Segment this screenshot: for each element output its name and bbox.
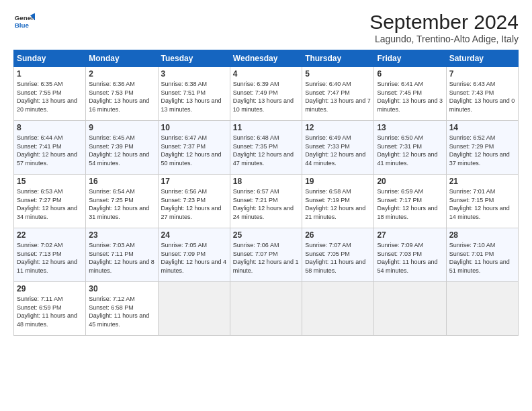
day-info: Sunrise: 6:35 AMSunset: 7:55 PMDaylight:…	[17, 80, 83, 113]
day-number: 7	[449, 69, 515, 79]
day-info: Sunrise: 6:40 AMSunset: 7:47 PMDaylight:…	[305, 80, 371, 113]
day-number: 17	[161, 177, 227, 186]
day-info: Sunrise: 6:41 AMSunset: 7:45 PMDaylight:…	[377, 80, 443, 113]
calendar-cell: 25Sunrise: 7:06 AMSunset: 7:07 PMDayligh…	[230, 228, 302, 282]
page: General Blue September 2024 Lagundo, Tre…	[0, 0, 532, 342]
day-info: Sunrise: 7:10 AMSunset: 7:01 PMDaylight:…	[449, 241, 515, 275]
calendar-cell: 19Sunrise: 6:58 AMSunset: 7:19 PMDayligh…	[302, 175, 374, 228]
calendar-cell: 17Sunrise: 6:56 AMSunset: 7:23 PMDayligh…	[158, 175, 230, 228]
col-header-friday: Friday	[374, 50, 446, 67]
day-number: 10	[161, 123, 227, 132]
calendar-cell: 14Sunrise: 6:52 AMSunset: 7:29 PMDayligh…	[446, 121, 518, 175]
day-number: 18	[233, 177, 299, 186]
day-number: 4	[233, 69, 299, 79]
day-number: 16	[89, 177, 154, 186]
header-row: SundayMondayTuesdayWednesdayThursdayFrid…	[14, 50, 519, 67]
col-header-monday: Monday	[86, 50, 158, 67]
calendar-cell: 24Sunrise: 7:05 AMSunset: 7:09 PMDayligh…	[158, 228, 230, 282]
calendar-cell: 3Sunrise: 6:38 AMSunset: 7:51 PMDaylight…	[158, 67, 230, 121]
day-number: 15	[17, 177, 83, 186]
day-info: Sunrise: 7:03 AMSunset: 7:11 PMDaylight:…	[89, 241, 154, 275]
week-row-5: 29Sunrise: 7:11 AMSunset: 6:59 PMDayligh…	[14, 282, 519, 336]
day-number: 11	[233, 123, 299, 132]
svg-text:Blue: Blue	[15, 21, 30, 29]
day-info: Sunrise: 7:07 AMSunset: 7:05 PMDaylight:…	[305, 241, 371, 275]
day-number: 19	[305, 177, 371, 186]
logo: General Blue	[13, 11, 35, 32]
calendar-cell: 1Sunrise: 6:35 AMSunset: 7:55 PMDaylight…	[14, 67, 86, 121]
col-header-tuesday: Tuesday	[158, 50, 230, 67]
day-number: 30	[89, 284, 154, 293]
calendar-cell: 28Sunrise: 7:10 AMSunset: 7:01 PMDayligh…	[446, 228, 518, 282]
col-header-saturday: Saturday	[446, 50, 518, 67]
day-info: Sunrise: 6:59 AMSunset: 7:17 PMDaylight:…	[377, 187, 443, 221]
col-header-wednesday: Wednesday	[230, 50, 302, 67]
day-info: Sunrise: 6:43 AMSunset: 7:43 PMDaylight:…	[449, 80, 515, 113]
day-info: Sunrise: 6:39 AMSunset: 7:49 PMDaylight:…	[233, 80, 299, 113]
day-info: Sunrise: 6:38 AMSunset: 7:51 PMDaylight:…	[161, 80, 227, 113]
calendar-cell	[302, 282, 374, 336]
calendar-cell: 15Sunrise: 6:53 AMSunset: 7:27 PMDayligh…	[14, 175, 86, 228]
day-number: 28	[449, 230, 515, 240]
day-number: 1	[17, 69, 83, 79]
day-info: Sunrise: 6:45 AMSunset: 7:39 PMDaylight:…	[89, 134, 154, 167]
month-title: September 2024	[369, 11, 519, 34]
day-number: 27	[377, 230, 443, 240]
day-info: Sunrise: 6:44 AMSunset: 7:41 PMDaylight:…	[17, 134, 83, 167]
day-number: 22	[17, 230, 83, 240]
day-number: 8	[17, 123, 83, 132]
calendar-cell	[230, 282, 302, 336]
logo-icon: General Blue	[13, 11, 35, 32]
day-info: Sunrise: 7:06 AMSunset: 7:07 PMDaylight:…	[233, 241, 299, 275]
week-row-2: 8Sunrise: 6:44 AMSunset: 7:41 PMDaylight…	[14, 121, 519, 175]
day-number: 25	[233, 230, 299, 240]
day-number: 9	[89, 123, 154, 132]
calendar-cell: 30Sunrise: 7:12 AMSunset: 6:58 PMDayligh…	[86, 282, 158, 336]
location: Lagundo, Trentino-Alto Adige, Italy	[369, 34, 519, 44]
day-number: 5	[305, 69, 371, 79]
day-info: Sunrise: 7:01 AMSunset: 7:15 PMDaylight:…	[449, 187, 515, 221]
col-header-sunday: Sunday	[14, 50, 86, 67]
calendar-cell	[374, 282, 446, 336]
week-row-4: 22Sunrise: 7:02 AMSunset: 7:13 PMDayligh…	[14, 228, 519, 282]
day-info: Sunrise: 6:54 AMSunset: 7:25 PMDaylight:…	[89, 187, 154, 221]
day-info: Sunrise: 7:02 AMSunset: 7:13 PMDaylight:…	[17, 241, 83, 275]
calendar-cell	[158, 282, 230, 336]
day-info: Sunrise: 6:47 AMSunset: 7:37 PMDaylight:…	[161, 134, 227, 167]
day-info: Sunrise: 6:48 AMSunset: 7:35 PMDaylight:…	[233, 134, 299, 167]
calendar-cell	[446, 282, 518, 336]
calendar-cell: 23Sunrise: 7:03 AMSunset: 7:11 PMDayligh…	[86, 228, 158, 282]
day-info: Sunrise: 6:50 AMSunset: 7:31 PMDaylight:…	[377, 134, 443, 167]
day-info: Sunrise: 6:49 AMSunset: 7:33 PMDaylight:…	[305, 134, 371, 167]
calendar-cell: 8Sunrise: 6:44 AMSunset: 7:41 PMDaylight…	[14, 121, 86, 175]
day-number: 2	[89, 69, 154, 79]
day-info: Sunrise: 6:57 AMSunset: 7:21 PMDaylight:…	[233, 187, 299, 221]
calendar-cell: 29Sunrise: 7:11 AMSunset: 6:59 PMDayligh…	[14, 282, 86, 336]
calendar-cell: 2Sunrise: 6:36 AMSunset: 7:53 PMDaylight…	[86, 67, 158, 121]
day-info: Sunrise: 6:36 AMSunset: 7:53 PMDaylight:…	[89, 80, 154, 113]
day-number: 26	[305, 230, 371, 240]
header: General Blue September 2024 Lagundo, Tre…	[13, 11, 519, 44]
day-info: Sunrise: 6:53 AMSunset: 7:27 PMDaylight:…	[17, 187, 83, 221]
day-number: 6	[377, 69, 443, 79]
calendar-cell: 5Sunrise: 6:40 AMSunset: 7:47 PMDaylight…	[302, 67, 374, 121]
calendar-cell: 12Sunrise: 6:49 AMSunset: 7:33 PMDayligh…	[302, 121, 374, 175]
calendar-table: SundayMondayTuesdayWednesdayThursdayFrid…	[13, 50, 519, 336]
calendar-cell: 27Sunrise: 7:09 AMSunset: 7:03 PMDayligh…	[374, 228, 446, 282]
day-number: 29	[17, 284, 83, 293]
col-header-thursday: Thursday	[302, 50, 374, 67]
calendar-cell: 7Sunrise: 6:43 AMSunset: 7:43 PMDaylight…	[446, 67, 518, 121]
calendar-cell: 11Sunrise: 6:48 AMSunset: 7:35 PMDayligh…	[230, 121, 302, 175]
day-info: Sunrise: 7:12 AMSunset: 6:58 PMDaylight:…	[89, 295, 154, 328]
calendar-cell: 16Sunrise: 6:54 AMSunset: 7:25 PMDayligh…	[86, 175, 158, 228]
calendar-cell: 20Sunrise: 6:59 AMSunset: 7:17 PMDayligh…	[374, 175, 446, 228]
title-area: September 2024 Lagundo, Trentino-Alto Ad…	[369, 11, 519, 44]
day-number: 13	[377, 123, 443, 132]
calendar-cell: 26Sunrise: 7:07 AMSunset: 7:05 PMDayligh…	[302, 228, 374, 282]
calendar-cell: 10Sunrise: 6:47 AMSunset: 7:37 PMDayligh…	[158, 121, 230, 175]
day-number: 3	[161, 69, 227, 79]
day-info: Sunrise: 7:05 AMSunset: 7:09 PMDaylight:…	[161, 241, 227, 275]
calendar-cell: 21Sunrise: 7:01 AMSunset: 7:15 PMDayligh…	[446, 175, 518, 228]
day-number: 14	[449, 123, 515, 132]
calendar-cell: 22Sunrise: 7:02 AMSunset: 7:13 PMDayligh…	[14, 228, 86, 282]
